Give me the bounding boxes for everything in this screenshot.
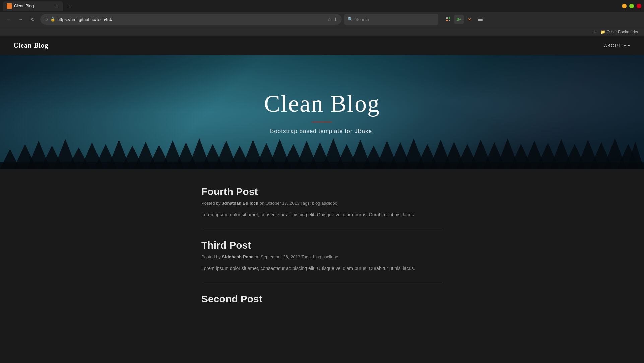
site-wrapper: Clean Blog ABOUT ME xyxy=(0,36,644,331)
post-tag-blog[interactable]: blog xyxy=(313,254,321,259)
post-tag-asciidoc[interactable]: asciidoc xyxy=(321,201,337,206)
svg-rect-3 xyxy=(449,20,450,21)
svg-rect-1 xyxy=(449,17,450,19)
post-author: Siddhesh Rane xyxy=(222,254,253,259)
firefox-accounts-icon[interactable]: ∞ xyxy=(465,15,474,24)
post-excerpt: Lorem ipsum dolor sit amet, consectetur … xyxy=(201,211,443,219)
firefox-sync-icon[interactable]: B+ xyxy=(454,15,464,24)
site-hero: Clean Blog Bootstrap based template for … xyxy=(0,55,644,169)
browser-chrome: Clean Blog ✕ + — □ ✕ ← → ↻ 🛡 🔒 https://h… xyxy=(0,0,644,36)
hero-divider xyxy=(312,122,332,122)
active-tab[interactable]: Clean Blog ✕ xyxy=(3,1,63,11)
post-author: Jonathan Bullock xyxy=(222,201,258,206)
hero-title: Clean Blog xyxy=(264,90,380,118)
post-excerpt: Lorem ipsum dolor sit amet, consectetur … xyxy=(201,265,443,273)
blog-content: Fourth Post Posted by Jonathan Bullock o… xyxy=(195,169,449,331)
toolbar-icons: B+ ∞ xyxy=(444,15,485,24)
address-bar: ← → ↻ 🛡 🔒 https://hmf.github.io/tech4rd/… xyxy=(0,12,644,27)
svg-rect-4 xyxy=(478,18,483,18)
post-meta-prefix: Posted by xyxy=(201,201,222,206)
lock-icon: 🔒 xyxy=(50,17,55,22)
hero-subtitle: Bootstrap based template for JBake. xyxy=(264,128,380,135)
svg-rect-0 xyxy=(446,17,448,19)
bookmark-star-icon[interactable]: ☆ xyxy=(327,17,332,22)
post-meta: Posted by Siddhesh Rane on September 26,… xyxy=(201,254,443,259)
url-bar[interactable]: 🛡 🔒 https://hmf.github.io/tech4rd/ ☆ ⬇ xyxy=(40,14,342,25)
hero-content: Clean Blog Bootstrap based template for … xyxy=(264,90,380,135)
post-meta-prefix: Posted by xyxy=(201,254,222,259)
post-entry: Third Post Posted by Siddhesh Rane on Se… xyxy=(201,229,443,283)
search-bar[interactable]: 🔍 xyxy=(344,14,438,25)
bookmarks-expand-button[interactable]: » xyxy=(592,29,597,35)
url-text: https://hmf.github.io/tech4rd/ xyxy=(57,17,325,22)
search-icon: 🔍 xyxy=(348,17,353,22)
back-button[interactable]: ← xyxy=(4,15,13,24)
minimize-button[interactable]: — xyxy=(622,4,627,8)
post-meta: Posted by Jonathan Bullock on October 17… xyxy=(201,201,443,206)
pocket-icon[interactable]: ⬇ xyxy=(334,17,338,22)
post-entry: Fourth Post Posted by Jonathan Bullock o… xyxy=(201,183,443,229)
post-title-link[interactable]: Third Post xyxy=(201,240,443,251)
post-meta-middle: on October 17, 2013 Tags: xyxy=(258,201,312,206)
tab-title: Clean Blog xyxy=(14,4,34,8)
window-controls: — □ ✕ xyxy=(622,4,641,8)
other-bookmarks-item[interactable]: 📁 Other Bookmarks xyxy=(598,29,640,35)
search-input[interactable] xyxy=(355,17,422,22)
post-entry: Second Post xyxy=(201,283,443,318)
close-window-button[interactable]: ✕ xyxy=(637,4,641,8)
refresh-button[interactable]: ↻ xyxy=(28,15,38,24)
site-nav: Clean Blog ABOUT ME xyxy=(0,36,644,55)
post-meta-middle: on September 26, 2013 Tags: xyxy=(253,254,313,259)
tab-bar: Clean Blog ✕ + — □ ✕ xyxy=(0,0,644,12)
new-tab-button[interactable]: + xyxy=(64,1,74,11)
post-tag-asciidoc[interactable]: asciidoc xyxy=(322,254,338,259)
extensions-icon[interactable] xyxy=(444,15,453,24)
svg-rect-5 xyxy=(478,19,483,20)
restore-button[interactable]: □ xyxy=(629,4,634,8)
post-tag-blog[interactable]: blog xyxy=(312,201,320,206)
shield-icon: 🛡 xyxy=(44,17,48,22)
svg-rect-2 xyxy=(446,20,448,21)
nav-about-link[interactable]: ABOUT ME xyxy=(604,43,631,48)
tab-favicon xyxy=(7,3,12,9)
tab-close-button[interactable]: ✕ xyxy=(54,3,59,9)
bookmarks-bar: » 📁 Other Bookmarks xyxy=(0,27,644,36)
folder-icon: 📁 xyxy=(600,30,605,34)
post-title-link[interactable]: Fourth Post xyxy=(201,186,443,197)
site-nav-links: ABOUT ME xyxy=(604,43,631,48)
other-bookmarks-label: Other Bookmarks xyxy=(607,30,638,34)
svg-rect-6 xyxy=(478,20,483,21)
menu-button[interactable] xyxy=(476,15,485,24)
forward-button[interactable]: → xyxy=(16,15,25,24)
site-brand-link[interactable]: Clean Blog xyxy=(13,42,48,49)
post-title-link[interactable]: Second Post xyxy=(201,293,443,305)
